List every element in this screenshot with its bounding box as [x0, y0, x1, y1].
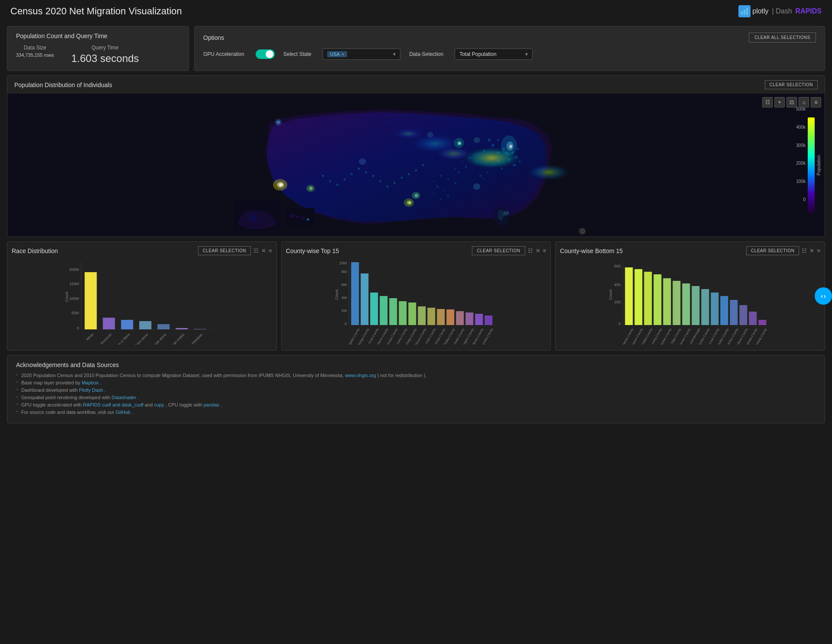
bottom15-bar-icon[interactable]: ≡ [817, 247, 820, 254]
bar-cook[interactable] [370, 293, 378, 325]
nav-arrows[interactable]: ‹ › [815, 287, 832, 305]
query-time-value: 1.603 seconds [71, 52, 139, 65]
cupy-link[interactable]: cupy [154, 402, 164, 407]
bar-arthur[interactable] [730, 300, 738, 325]
data-selection-dropdown[interactable]: Total Population ▾ [455, 49, 533, 60]
map-title: Population Distribution of Individuals [14, 81, 112, 88]
bar-petroleum[interactable] [740, 305, 748, 325]
top15-clear-button[interactable]: CLEAR SELECTION [472, 246, 525, 255]
ack-item-3: Dashboard developed with Plotly Dash . [16, 387, 816, 393]
svg-text:0: 0 [619, 322, 621, 326]
race-clear-button[interactable]: CLEAR SELECTION [198, 246, 251, 255]
bar-other-race[interactable] [139, 321, 151, 329]
bar-american-indian[interactable] [176, 328, 188, 329]
map-bar-icon[interactable]: ≡ [811, 97, 821, 107]
scale-label-300k: 300k [796, 143, 806, 148]
ack-item-2: Base map layer provided by Mapbox . [16, 380, 816, 385]
bar-asian[interactable] [157, 324, 169, 329]
bar-treasure[interactable] [635, 269, 643, 325]
map-container[interactable]: ☷ + ⊡ ⌂ ≡ [7, 94, 825, 237]
bar-mcmullen[interactable] [721, 296, 728, 325]
bar-clark[interactable] [427, 308, 435, 325]
bar-jefferson[interactable] [418, 306, 426, 325]
ack-list: 2020 Population Census and 2010 Populati… [16, 373, 816, 415]
pandas-link[interactable]: pandas [204, 402, 219, 407]
map-select-icon[interactable]: ⊡ [786, 97, 797, 107]
svg-text:150M: 150M [69, 282, 79, 286]
bar-louis[interactable] [711, 293, 719, 325]
bar-yakutat[interactable] [692, 286, 700, 325]
bar-sage[interactable] [673, 281, 681, 325]
top15-bar-icon[interactable]: ≡ [543, 247, 546, 254]
options-top: Options CLEAR ALL SELECTIONS [203, 33, 816, 42]
bar-maricopa[interactable] [389, 298, 397, 325]
map-zoom-icon[interactable]: + [774, 97, 785, 107]
map-home-icon[interactable]: ⌂ [799, 97, 809, 107]
svg-text:African American: African American [91, 332, 113, 345]
bar-orange[interactable] [361, 273, 368, 325]
bar-loving[interactable] [654, 274, 662, 325]
svg-text:Los Angeles County: Los Angeles County [344, 328, 360, 345]
race-camera-icon[interactable]: ☷ [254, 247, 259, 254]
bar-esmeralda[interactable] [644, 272, 652, 325]
mapbox-link[interactable]: Mapbox [81, 380, 98, 385]
usa-map-svg[interactable]: ⓘ [7, 94, 825, 237]
top15-select-icon[interactable]: ✕ [536, 247, 540, 254]
nav-right-arrow-icon[interactable]: › [824, 293, 826, 299]
svg-text:8M: 8M [341, 270, 347, 274]
bar-sandiego[interactable] [408, 302, 416, 325]
svg-rect-2 [746, 8, 748, 15]
main-content: Population Count and Query Time Data Siz… [0, 23, 832, 427]
bar-kalawao[interactable] [625, 267, 633, 325]
bar-washington[interactable] [465, 312, 473, 325]
plotly-logo: plotly | Dash [738, 5, 792, 17]
bottom15-clear-button[interactable]: CLEAR SELECTION [746, 246, 799, 255]
state-clear-icon[interactable]: × [341, 52, 344, 57]
bottom15-chart-panel: County-wise Bottom 15 CLEAR SELECTION ☷ … [555, 241, 825, 351]
rapids-cudf-link[interactable]: RAPIDS cudf and dask_cudf [83, 402, 143, 407]
plotly-dash-link[interactable]: Plotly Dash [79, 387, 103, 393]
clear-all-button[interactable]: CLEAR ALL SELECTIONS [749, 33, 816, 42]
bar-la[interactable] [351, 262, 359, 325]
bar-middlesex[interactable] [475, 314, 483, 325]
race-select-icon[interactable]: ✕ [261, 247, 266, 254]
svg-text:200: 200 [614, 300, 621, 304]
bottom15-select-icon[interactable]: ✕ [809, 247, 814, 254]
github-link[interactable]: GitHub [116, 410, 130, 415]
race-chart-area: 0 50M 100M 150M 200M [12, 258, 272, 346]
ack-item-5: GPU toggle accelerated with RAPIDS cudf … [16, 402, 816, 407]
bar-kenedy[interactable] [759, 320, 767, 325]
svg-text:White: White [85, 332, 94, 342]
bottom15-camera-icon[interactable]: ☷ [802, 247, 807, 254]
bar-two-or-more[interactable] [121, 320, 133, 329]
bar-white[interactable] [84, 272, 97, 329]
svg-text:American Indian: American Indian [165, 332, 185, 345]
datashader-link[interactable]: Datashader [112, 395, 136, 400]
svg-text:Count: Count [609, 289, 613, 300]
bar-riverside[interactable] [484, 315, 492, 325]
gpu-toggle[interactable] [256, 49, 275, 59]
bar-montgomery[interactable] [399, 301, 406, 325]
svg-rect-1 [744, 10, 745, 15]
bar-african-american[interactable] [103, 318, 115, 329]
nav-left-arrow-icon[interactable]: ‹ [821, 293, 823, 299]
bar-banner[interactable] [682, 283, 690, 325]
bar-miamidade[interactable] [456, 311, 464, 325]
bar-kings[interactable] [437, 309, 445, 325]
bar-harris[interactable] [380, 296, 387, 325]
top15-chart-header: County-wise Top 15 CLEAR SELECTION ☷ ✕ ≡ [286, 246, 546, 255]
state-dropdown[interactable]: USA × ▾ [322, 49, 400, 60]
bar-jordan[interactable] [702, 289, 709, 325]
bar-native-hawaiian[interactable] [194, 329, 206, 329]
gpu-toggle-switch[interactable] [256, 49, 275, 59]
top15-camera-icon[interactable]: ☷ [528, 247, 533, 254]
header-logo-area: plotly | Dash RAPIDS [738, 5, 822, 17]
map-clear-button[interactable]: CLEAR SELECTION [765, 80, 818, 89]
map-camera-icon[interactable]: ☷ [762, 97, 773, 107]
nhgis-link[interactable]: www.nhgis.org [345, 373, 376, 378]
bar-hooker[interactable] [663, 278, 671, 325]
data-size-stat: Data Size 334,735,155 rows [16, 45, 54, 65]
bar-kansas[interactable] [749, 312, 757, 325]
bar-dallas[interactable] [446, 309, 454, 325]
race-bar-icon[interactable]: ≡ [269, 247, 272, 254]
